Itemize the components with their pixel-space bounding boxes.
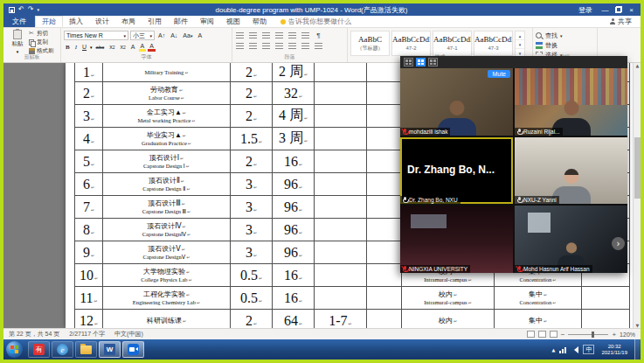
tab-file[interactable]: 文件 [3,16,35,27]
taskbar-app-ie[interactable]: e [52,341,73,358]
strikethrough-icon[interactable]: abc [94,42,107,52]
show-desktop-button[interactable] [634,339,640,360]
style-item[interactable]: AaBbCcDdE47-1 [433,31,472,56]
font-family-select[interactable]: Times New R▾ [64,31,128,40]
scroll-down-icon[interactable]: ▼ [634,323,641,328]
tab-开始[interactable]: 开始 [35,16,63,27]
cell-course-name[interactable]: 顶石设计ⅢCapstone Design Ⅲ [103,196,231,219]
cut-button[interactable]: ✂剪切 [29,30,54,38]
share-button[interactable]: 共享 [601,16,641,27]
shading-icon[interactable] [301,42,311,50]
style-item[interactable]: AaBbCcDdE47-3 [474,31,513,56]
cell-hours[interactable]: 96 [273,196,315,219]
tab-插入[interactable]: 插入 [63,16,89,27]
cell-credits[interactable]: 2 [231,82,273,105]
cell-semester[interactable] [315,150,367,173]
cell-row-number[interactable]: 4 [75,128,103,150]
cell-row-number[interactable]: 5 [75,150,103,173]
cell-hidden[interactable] [367,82,402,105]
bold-icon[interactable]: B [64,42,72,52]
font-size-select[interactable]: 小三▾ [130,31,155,40]
cell-semester[interactable] [315,264,367,287]
tray-expand-icon[interactable]: ▲ [552,347,556,353]
cell-course-name[interactable]: 劳动教育Labor Course [103,82,231,105]
cell-credits[interactable]: 3 [231,196,273,219]
read-mode-icon[interactable] [527,331,535,338]
participant-tile[interactable]: Mutemohdazili ishak [400,68,513,136]
participant-tile[interactable]: NINGXIA UNIVERSITY [400,206,513,273]
line-spacing-icon[interactable] [288,42,298,50]
word-count[interactable]: 2/27117 个字 [69,330,105,339]
borders-icon[interactable] [315,42,324,50]
cell-hidden[interactable] [367,310,402,329]
tab-引用[interactable]: 引用 [142,16,168,27]
superscript-icon[interactable]: x2 [119,42,128,52]
cell-semester[interactable] [315,128,367,150]
cell-semester[interactable] [315,241,367,264]
increase-indent-icon[interactable] [288,31,298,39]
zoom-level[interactable]: 120% [620,332,635,338]
cell-credits[interactable]: 0.5 [231,287,273,310]
numbering-icon[interactable] [249,31,259,39]
decrease-indent-icon[interactable] [275,31,285,39]
zoom-in-button[interactable]: + [612,331,616,339]
gallery-down-icon[interactable]: ▾ [516,40,524,49]
cell-concentration[interactable]: 集中 [495,310,582,329]
cell-hidden[interactable] [367,241,402,264]
cell-semester[interactable] [315,105,367,128]
cell-hidden[interactable] [367,173,402,196]
pilcrow-icon[interactable]: ¶ [314,31,323,39]
cell-semester[interactable] [315,82,367,105]
cell-credits[interactable]: 1.5 [231,128,273,150]
close-button[interactable]: × [625,3,638,16]
cell-hours[interactable]: 96 [273,173,315,196]
cell-hours[interactable]: 2 周 [273,63,315,82]
undo-icon[interactable]: ↶ [18,6,24,13]
clock[interactable]: 20:32 2021/11/19 [599,344,630,356]
cell-semester[interactable]: 1-7 [315,310,367,329]
cell-row-number[interactable]: 11 [75,287,103,310]
cell-row-number[interactable]: 9 [75,241,103,264]
cell-semester[interactable] [315,63,367,82]
zoom-out-button[interactable]: − [561,331,565,339]
cell-credits[interactable]: 3 [231,241,273,264]
change-case-icon[interactable]: Aa▾ [181,31,194,40]
tab-审阅[interactable]: 审阅 [194,16,220,27]
sort-icon[interactable] [301,31,311,39]
next-page-arrow[interactable]: › [612,237,625,250]
cell-hidden[interactable] [367,264,402,287]
cell-course-name[interactable]: 顶石设计ⅤCapstone DesignⅤ [103,241,231,264]
print-layout-icon[interactable] [538,331,546,338]
cell-row-number[interactable]: 3 [75,105,103,128]
participant-tile[interactable]: Mohd Hasnun Arif Hassan [515,206,627,273]
cell-hours[interactable]: 96 [273,219,315,241]
style-item[interactable]: AaBbCcDdE47-2 [391,31,431,56]
taskbar-app-word[interactable]: W [99,341,121,358]
cell-course-name[interactable]: Military Training [103,63,231,82]
cell-hours[interactable]: 64 [273,310,315,329]
cell-semester[interactable] [315,287,367,310]
cell-campus[interactable]: 校内Intramural-campus [402,287,495,310]
cell-credits[interactable]: 3 [231,219,273,241]
minimize-button[interactable]: — [599,3,612,16]
cell-credits[interactable]: 2 [231,150,273,173]
cell-hidden[interactable] [367,105,402,128]
cell-credits[interactable]: 2 [231,63,273,82]
input-language-indicator[interactable]: 中 [583,345,594,354]
taskbar-app-youdao[interactable]: 有 [28,341,50,358]
web-layout-icon[interactable] [550,331,557,338]
participant-tile[interactable]: NXU-Z Yanni [515,137,627,205]
cell-hours[interactable]: 32 [273,82,315,105]
cell-course-name[interactable]: 顶石设计ⅡCapstone Design Ⅱ [103,173,231,196]
multilevel-list-icon[interactable] [262,31,272,39]
cell-campus[interactable]: 校内 [402,310,495,329]
cell-credits[interactable]: 2 [231,105,273,128]
cell-row-number[interactable]: 1 [75,63,103,82]
cell-course-name[interactable]: 科研训练课 [103,310,231,329]
cell-tail[interactable] [582,310,630,329]
cell-hours[interactable]: 96 [273,241,315,264]
highlight-color-icon[interactable]: A [139,42,147,52]
cell-row-number[interactable]: 7 [75,196,103,219]
zoom-slider[interactable] [568,334,608,335]
cell-tail[interactable] [582,287,630,310]
